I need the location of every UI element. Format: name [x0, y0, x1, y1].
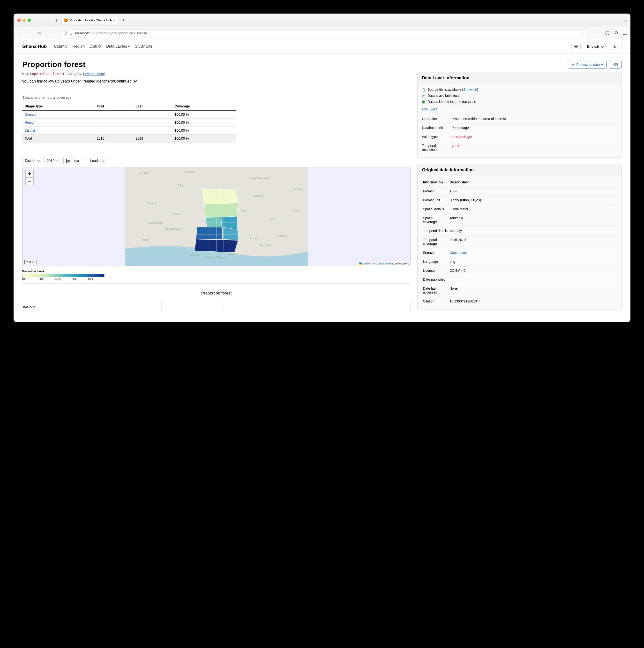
svg-text:Sekondi-Takoradi: Sekondi-Takoradi: [206, 256, 226, 259]
log-link[interactable]: Log: [422, 107, 427, 111]
menu-icon[interactable]: [623, 32, 627, 35]
minimize-window[interactable]: [22, 19, 25, 22]
scale-bar: 200 km: [24, 260, 37, 264]
key-meta: Key: copernicus_forest | Category: Envir…: [22, 72, 411, 76]
chart: 100.00%: [37, 301, 411, 310]
legend-title: Proportion forest: [22, 270, 411, 273]
osm-link[interactable]: OpenStreetMap: [375, 262, 394, 265]
svg-text:Sikasso: Sikasso: [178, 184, 187, 187]
files-link[interactable]: Files: [430, 107, 438, 111]
level-select[interactable]: District: [22, 157, 42, 164]
nav-region[interactable]: Region: [72, 44, 85, 49]
maximize-window[interactable]: [28, 19, 31, 22]
orig-th-info: Information: [422, 178, 448, 187]
nav-country[interactable]: Country: [54, 44, 67, 49]
language-label: English: [587, 44, 599, 48]
titlebar-overflow[interactable]: [624, 18, 627, 22]
table-row: Citation10.3390/rs12061044: [422, 297, 617, 306]
new-tab-button[interactable]: +: [120, 17, 127, 24]
file-check-icon: [422, 88, 426, 92]
page-title: Proportion forest: [22, 60, 86, 69]
legend-tick: 60%: [71, 277, 88, 280]
shield-icon: [63, 31, 67, 35]
extensions-icon[interactable]: [614, 31, 619, 35]
shape-link[interactable]: Country: [25, 112, 37, 116]
shape-link[interactable]: Region: [25, 120, 35, 124]
forward-button[interactable]: →: [27, 30, 34, 37]
language-select[interactable]: English: [584, 43, 606, 50]
svg-text:Katiola: Katiola: [173, 213, 181, 216]
status-db: Data is loaded into the database: [422, 100, 617, 104]
favicon-icon: [64, 18, 68, 22]
source-link[interactable]: Copernicus: [449, 251, 467, 255]
map[interactable]: KankabaKoutialaFada N'Gourma SikassoOdie…: [22, 167, 411, 266]
zoom-in-button[interactable]: +: [26, 170, 33, 178]
category-link[interactable]: Environmental: [83, 72, 105, 76]
status-source: Source file is available (Show file): [422, 88, 617, 92]
user-menu[interactable]: ▾: [610, 43, 622, 50]
svg-text:Bénin: Bénin: [269, 218, 276, 220]
nav-district[interactable]: District: [90, 44, 101, 49]
table-row: Spatial details0.1km raster: [422, 205, 617, 214]
api-button[interactable]: API: [609, 61, 622, 68]
back-button[interactable]: ←: [17, 30, 24, 37]
bookmark-icon[interactable]: ☆: [581, 31, 584, 35]
table-row: Spatial coverageTanzania: [422, 214, 617, 226]
legend-tick: 80%: [88, 277, 105, 280]
svg-text:Nigér: Nigér: [293, 209, 300, 212]
table-row: Temporal coverage2015-2019: [422, 235, 617, 248]
browser-tab[interactable]: Proportion forest - Ghana Hub ×: [61, 17, 118, 24]
svg-text:Porto-Novo: Porto-Novo: [260, 244, 273, 247]
account-icon[interactable]: [605, 31, 610, 35]
table-row: Region100.00 %: [22, 119, 236, 126]
show-file-link[interactable]: Show file: [463, 88, 477, 92]
url-field[interactable]: localhost:8000/datalayers/copernicus_for…: [60, 29, 587, 37]
datalayer-card-title: Data Layer information: [418, 72, 622, 84]
table-row: FormatTIFF: [422, 187, 617, 196]
info-row: OperationProportion within the area of i…: [422, 114, 617, 123]
titlebar: Proportion forest - Ghana Hub × +: [13, 13, 631, 27]
map-canvas: KankabaKoutialaFada N'Gourma SikassoOdie…: [22, 167, 410, 266]
svg-text:Niamey: Niamey: [293, 187, 303, 191]
legend: Proportion forest 0%20%40%60%80%: [22, 270, 411, 280]
status-local: Data is available local: [422, 94, 617, 98]
info-row: Database unitPercentage: [422, 123, 617, 132]
sidebar-toggle-icon[interactable]: [55, 19, 59, 22]
svg-text:Odienné: Odienné: [147, 202, 157, 205]
table-row: Date last accessedNone: [422, 284, 617, 297]
leaflet-link[interactable]: Leaflet: [363, 262, 371, 265]
datalayer-card: Data Layer information Source file is av…: [417, 72, 622, 158]
shape-link[interactable]: District: [25, 128, 35, 132]
tab-title: Proportion forest - Ghana Hub: [70, 18, 112, 22]
globe-icon[interactable]: [572, 43, 581, 50]
description: you can find follow up years under "rela…: [22, 79, 411, 84]
table-row: SourceCopernicus: [422, 248, 617, 257]
load-map-button[interactable]: Load map: [87, 157, 108, 164]
table-row: Temporal detailsAnnualy: [422, 226, 617, 235]
range-input[interactable]: [63, 157, 85, 164]
table-row: Date published: [422, 275, 617, 284]
legend-tick: 40%: [55, 277, 71, 280]
table-row-total: Total20152019100.00 %: [22, 134, 236, 143]
close-tab-icon[interactable]: ×: [114, 18, 116, 22]
urlbar: ← → ⟳ localhost:8000/datalayers/copernic…: [13, 27, 631, 39]
map-attribution: 🇺🇦 Leaflet | © OpenStreetMap contributor…: [357, 262, 410, 266]
nav-study-site[interactable]: Study Site: [135, 44, 152, 49]
svg-text:Fada N'Gourma: Fada N'Gourma: [250, 177, 269, 179]
url-text: localhost:8000/datalayers/copernicus_for…: [75, 31, 147, 35]
browser-window: Proportion forest - Ghana Hub × + ← → ⟳ …: [13, 13, 631, 322]
zoom-out-button[interactable]: −: [26, 178, 33, 185]
svg-text:Cotonou: Cotonou: [276, 234, 286, 237]
year-select[interactable]: 2019: [44, 157, 61, 164]
table-row: Format unitBinary (0=no, 1=yes): [422, 196, 617, 205]
chart-ylabel: 100.00%: [22, 305, 35, 309]
svg-text:Kankaba: Kankaba: [139, 172, 150, 175]
processed-data-button[interactable]: Processed data ▾: [568, 61, 606, 68]
reload-button[interactable]: ⟳: [37, 30, 42, 37]
chevron-down-icon: [601, 44, 604, 48]
page-content: Ghana Hub Country Region District Data L…: [13, 39, 631, 322]
svg-text:Natitingou: Natitingou: [253, 195, 264, 198]
nav-data-layers[interactable]: Data Layers▾: [106, 44, 130, 49]
close-window[interactable]: [17, 19, 20, 22]
brand[interactable]: Ghana Hub: [22, 44, 47, 49]
